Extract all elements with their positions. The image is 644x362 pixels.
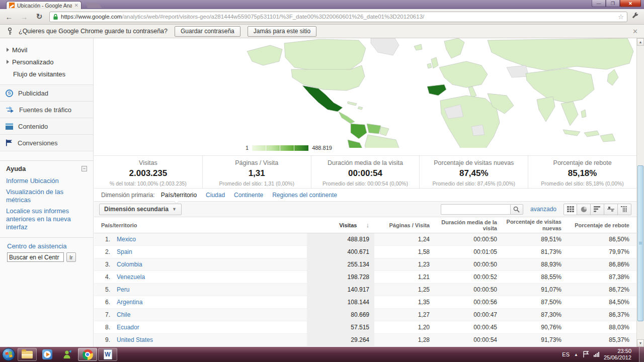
country-link[interactable]: United States xyxy=(117,336,153,343)
header-duration[interactable]: Duración media de la visita xyxy=(436,219,503,231)
legend-min: 1 xyxy=(246,145,249,151)
scroll-up-arrow[interactable]: ▲ xyxy=(637,38,644,46)
sidebar-item-movil[interactable]: Móvil xyxy=(0,44,93,56)
pivot-icon xyxy=(621,206,628,212)
media-player-icon xyxy=(42,349,52,359)
cell-new-visits: 81,73% xyxy=(503,249,568,255)
dimension-tab-regiones[interactable]: Regiones del continente xyxy=(272,192,337,199)
header-country[interactable]: País/territorio xyxy=(94,222,307,228)
forward-button[interactable]: → xyxy=(18,11,30,22)
sidebar-section-conversiones[interactable]: Conversiones xyxy=(0,134,93,151)
row-rank: 7. xyxy=(101,311,110,318)
row-rank: 1. xyxy=(101,236,110,243)
sidebar-section-fuentes-trafico[interactable]: Fuentes de tráfico xyxy=(0,101,93,118)
row-rank: 5. xyxy=(101,286,110,293)
header-bounce[interactable]: Porcentaje de rebote xyxy=(568,222,636,228)
expand-triangle-icon xyxy=(7,48,9,52)
browser-tab[interactable]: Ubicación - Google Analytic ✕ xyxy=(6,1,82,9)
help-search-input[interactable] xyxy=(7,252,64,262)
header-visits[interactable]: Visitas ↓ xyxy=(307,217,374,233)
country-link[interactable]: Venezuela xyxy=(117,274,145,281)
geo-map-section: 1 488.819 xyxy=(94,38,636,155)
secondary-dimension-button[interactable]: Dimensión secundaria ▼ xyxy=(99,204,182,215)
action-center-flag-icon[interactable] xyxy=(583,351,589,358)
windows-taskbar: W ES ▲ 23:50 25/06/2012 xyxy=(0,347,644,362)
window-minimize-button[interactable]: — xyxy=(592,0,606,7)
browser-toolbar: ← → ↻ https://www.google.com/analytics/w… xyxy=(0,9,644,25)
window-close-button[interactable]: ✕ xyxy=(620,0,641,7)
taskbar-media-player-button[interactable] xyxy=(38,348,57,361)
taskbar-explorer-button[interactable] xyxy=(18,348,37,361)
tab-close-icon[interactable]: ✕ xyxy=(74,3,78,8)
infobar-close-icon[interactable]: ✕ xyxy=(632,28,638,35)
scrollbar-thumb[interactable] xyxy=(637,165,643,321)
cell-visits: 29.264 xyxy=(307,334,374,346)
help-center-link[interactable]: Centro de asistencia xyxy=(0,241,93,252)
country-link[interactable]: Spain xyxy=(117,248,132,255)
dimension-tab-ciudad[interactable]: Ciudad xyxy=(206,192,225,199)
sidebar-section-contenido[interactable]: Contenido xyxy=(0,118,93,134)
table-row: 8. Ecuador 57.515 1,20 00:00:45 90,76% 8… xyxy=(94,321,636,334)
password-save-bar: ¿Quieres que Google Chrome guarde tu con… xyxy=(0,25,644,38)
country-link[interactable]: Chile xyxy=(117,311,130,318)
reload-button[interactable]: ↻ xyxy=(33,11,45,22)
language-indicator[interactable]: ES xyxy=(562,351,570,357)
sidebar-item-flujo-visitantes[interactable]: Flujo de visitantes xyxy=(0,68,93,80)
country-link[interactable]: Colombia xyxy=(117,261,142,268)
performance-view-button[interactable] xyxy=(591,204,604,215)
dimension-tab-pais[interactable]: País/territorio xyxy=(161,192,197,199)
row-rank: 3. xyxy=(101,261,110,268)
comparison-view-button[interactable] xyxy=(604,204,618,215)
scroll-down-arrow[interactable]: ▼ xyxy=(637,339,644,347)
bookmark-star-icon[interactable]: ☆ xyxy=(618,13,624,21)
percentage-view-button[interactable] xyxy=(577,204,591,215)
chrome-menu-wrench-icon[interactable] xyxy=(631,12,639,22)
back-button[interactable]: ← xyxy=(3,11,15,22)
help-link-informes-anteriores[interactable]: Localice sus informes anteriores en la n… xyxy=(0,206,93,233)
url-bar[interactable]: https://www.google.com/analytics/web/#re… xyxy=(49,12,627,22)
search-icon xyxy=(513,206,520,213)
cell-bounce: 84,50% xyxy=(568,299,636,306)
network-signal-icon[interactable] xyxy=(594,352,599,357)
sidebar-section-publicidad[interactable]: S Publicidad xyxy=(0,84,93,101)
country-link[interactable]: Argentina xyxy=(117,299,142,306)
help-link-informe-ubicacion[interactable]: Informe Ubicación xyxy=(0,175,93,187)
header-new-visits[interactable]: Porcentaje de visitas nuevas xyxy=(503,219,568,232)
table-view-button[interactable] xyxy=(564,204,577,215)
ssl-lock-icon xyxy=(53,14,58,20)
hidden-icons-arrow[interactable]: ▲ xyxy=(574,352,578,357)
pivot-view-button[interactable] xyxy=(618,204,631,215)
search-button[interactable] xyxy=(510,204,523,215)
cell-pages: 1,23 xyxy=(374,261,436,268)
cell-new-visits: 88,55% xyxy=(503,274,568,281)
cell-duration: 00:00:50 xyxy=(436,236,503,243)
table-row: 4. Venezuela 198.728 1,21 00:00:52 88,55… xyxy=(94,271,636,284)
help-search-go-button[interactable]: Ir xyxy=(66,252,76,262)
dimension-tab-continente[interactable]: Continente xyxy=(234,192,263,199)
table-search-input[interactable] xyxy=(441,204,510,215)
taskbar-word-button[interactable]: W xyxy=(98,348,117,361)
window-maximize-button[interactable]: ❐ xyxy=(606,0,620,7)
bars-icon xyxy=(594,206,601,212)
advanced-search-link[interactable]: avanzado xyxy=(530,206,556,213)
new-tab-button[interactable] xyxy=(86,3,102,8)
save-password-button[interactable]: Guardar contraseña xyxy=(175,26,240,37)
country-link[interactable]: Mexico xyxy=(117,236,136,243)
grid-view-icon xyxy=(567,206,574,212)
sidebar-item-personalizado[interactable]: Personalizado xyxy=(0,56,93,68)
never-save-button[interactable]: Jamás para este sitio xyxy=(248,26,316,37)
taskbar-clock[interactable]: 23:50 25/06/2012 xyxy=(604,348,631,361)
comparison-icon xyxy=(607,206,614,212)
country-link[interactable]: Peru xyxy=(117,286,129,293)
page-scrollbar[interactable]: ▲ ▼ xyxy=(636,38,644,347)
help-link-visualizacion-metricas[interactable]: Visualización de las métricas xyxy=(0,187,93,206)
taskbar-chrome-button[interactable] xyxy=(78,348,97,361)
header-pages[interactable]: Páginas / Visita xyxy=(374,222,436,228)
collapse-panel-icon[interactable]: − xyxy=(82,166,87,171)
show-desktop-button[interactable] xyxy=(639,347,644,362)
start-button[interactable] xyxy=(2,348,15,361)
taskbar-messenger-button[interactable] xyxy=(58,348,77,361)
world-choropleth-map[interactable] xyxy=(244,38,636,148)
country-link[interactable]: Ecuador xyxy=(117,324,139,331)
cell-visits: 400.671 xyxy=(307,246,374,258)
